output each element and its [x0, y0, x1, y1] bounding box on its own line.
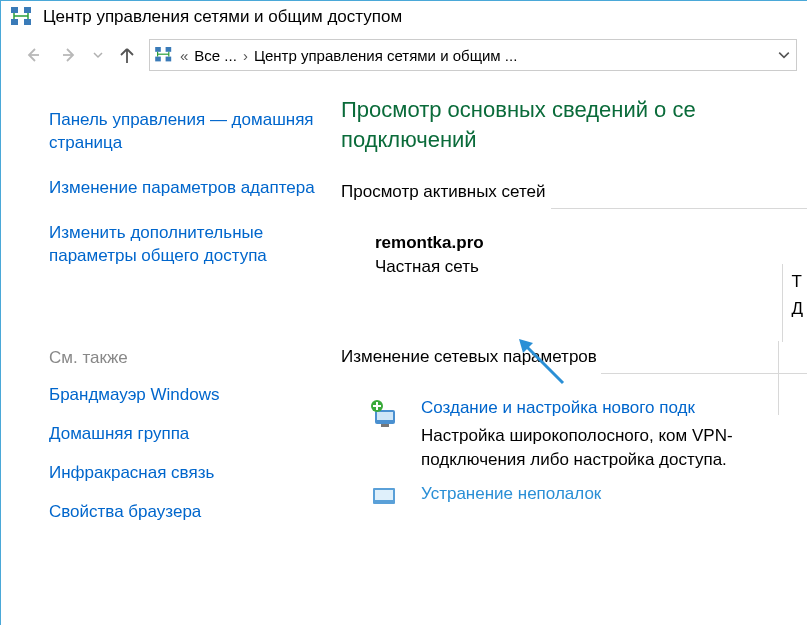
network-type: Частная сеть	[375, 257, 807, 277]
active-networks-title: Просмотр активных сетей	[341, 182, 807, 202]
see-also-header: См. также	[49, 348, 321, 368]
new-connection-icon	[369, 398, 403, 472]
divider	[782, 264, 783, 342]
breadcrumb-segment[interactable]: Все ...	[194, 47, 237, 64]
troubleshoot-icon	[369, 484, 403, 509]
svg-rect-19	[377, 412, 393, 420]
svg-rect-10	[166, 47, 172, 52]
network-center-icon	[11, 7, 33, 27]
annotation-arrow-icon	[513, 333, 573, 396]
chevron-right-icon: ›	[241, 47, 250, 64]
svg-rect-3	[24, 19, 31, 25]
new-connection-link[interactable]: Создание и настройка нового подк	[421, 398, 807, 418]
svg-rect-1	[24, 7, 31, 13]
sidebar: Панель управления — домашняя страница Из…	[1, 81, 341, 549]
navbar: « Все ... › Центр управления сетями и об…	[1, 35, 807, 81]
new-connection-item: Создание и настройка нового подк Настрой…	[341, 398, 807, 472]
chevron-left-icon[interactable]: «	[178, 47, 190, 64]
nav-forward-button[interactable]	[55, 41, 83, 69]
svg-rect-11	[155, 57, 161, 62]
sidebar-link-firewall[interactable]: Брандмауэр Windows	[49, 384, 321, 407]
nav-up-button[interactable]	[113, 41, 141, 69]
window-title: Центр управления сетями и общим доступом	[43, 7, 402, 27]
sidebar-link-infrared[interactable]: Инфракрасная связь	[49, 462, 321, 485]
network-entry[interactable]: remontka.pro Частная сеть	[341, 233, 807, 277]
sidebar-link-sharing[interactable]: Изменить дополнительные параметры общего…	[49, 222, 321, 268]
breadcrumb-segment[interactable]: Центр управления сетями и общим ...	[254, 47, 517, 64]
svg-line-16	[525, 345, 563, 383]
svg-rect-25	[375, 490, 393, 500]
troubleshoot-link[interactable]: Устранение неполалок	[421, 484, 807, 504]
sidebar-link-home[interactable]: Панель управления — домашняя страница	[49, 109, 321, 155]
svg-rect-20	[381, 424, 389, 427]
svg-rect-9	[155, 47, 161, 52]
troubleshoot-item: Устранение неполалок	[341, 484, 807, 509]
network-name: remontka.pro	[375, 233, 807, 253]
nav-back-button[interactable]	[19, 41, 47, 69]
titlebar: Центр управления сетями и общим доступом	[1, 1, 807, 35]
nav-recent-dropdown[interactable]	[91, 41, 105, 69]
svg-rect-2	[11, 19, 18, 25]
sidebar-link-browser[interactable]: Свойства браузера	[49, 501, 321, 524]
address-bar[interactable]: « Все ... › Центр управления сетями и об…	[149, 39, 797, 71]
divider	[778, 341, 779, 415]
page-heading: Просмотр основных сведений о се подключе…	[341, 95, 807, 154]
svg-rect-0	[11, 7, 18, 13]
divider	[601, 373, 807, 374]
content: Панель управления — домашняя страница Из…	[1, 81, 807, 549]
svg-rect-23	[373, 405, 381, 407]
main-panel: Просмотр основных сведений о се подключе…	[341, 81, 807, 549]
sidebar-link-adapter[interactable]: Изменение параметров адаптера	[49, 177, 321, 200]
network-center-icon	[154, 47, 174, 63]
cutoff-text: Т	[791, 268, 803, 295]
address-dropdown-icon[interactable]	[778, 47, 790, 64]
new-connection-desc: Настройка широкополосного, ком VPN-подкл…	[421, 424, 807, 472]
change-params-title: Изменение сетевых параметров	[341, 347, 807, 367]
cutoff-text: Д	[791, 295, 803, 322]
divider	[551, 208, 807, 209]
sidebar-link-homegroup[interactable]: Домашняя группа	[49, 423, 321, 446]
svg-rect-12	[166, 57, 172, 62]
